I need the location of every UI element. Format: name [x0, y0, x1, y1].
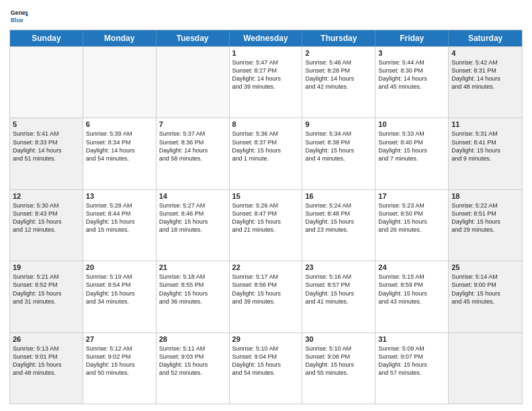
day-number: 3: [378, 49, 445, 57]
cell-info: Sunrise: 5:44 AM Sunset: 8:30 PM Dayligh…: [378, 58, 445, 91]
cal-cell-4-5: 23Sunrise: 5:16 AM Sunset: 8:57 PM Dayli…: [302, 261, 375, 332]
day-number: 24: [378, 263, 445, 271]
calendar: SundayMondayTuesdayWednesdayThursdayFrid…: [9, 30, 523, 404]
cell-info: Sunrise: 5:46 AM Sunset: 8:28 PM Dayligh…: [305, 58, 372, 91]
cell-info: Sunrise: 5:13 AM Sunset: 9:01 PM Dayligh…: [13, 345, 80, 377]
day-number: 16: [305, 192, 372, 200]
cell-info: Sunrise: 5:22 AM Sunset: 8:51 PM Dayligh…: [451, 201, 519, 234]
cal-cell-5-5: 30Sunrise: 5:10 AM Sunset: 9:06 PM Dayli…: [302, 333, 375, 404]
day-number: 31: [378, 335, 445, 343]
cal-cell-4-1: 19Sunrise: 5:21 AM Sunset: 8:52 PM Dayli…: [10, 261, 83, 332]
cell-info: Sunrise: 5:19 AM Sunset: 8:54 PM Dayligh…: [86, 273, 153, 306]
cal-cell-1-7: 4Sunrise: 5:42 AM Sunset: 8:31 PM Daylig…: [449, 47, 522, 118]
day-number: 8: [232, 120, 300, 128]
day-number: 11: [451, 120, 519, 128]
header-day-sunday: Sunday: [10, 30, 83, 46]
cal-cell-4-3: 21Sunrise: 5:18 AM Sunset: 8:55 PM Dayli…: [157, 261, 230, 332]
cell-info: Sunrise: 5:16 AM Sunset: 8:57 PM Dayligh…: [305, 273, 372, 306]
cal-cell-3-4: 15Sunrise: 5:26 AM Sunset: 8:47 PM Dayli…: [230, 190, 303, 261]
cal-cell-5-3: 28Sunrise: 5:11 AM Sunset: 9:03 PM Dayli…: [157, 333, 230, 404]
cell-info: Sunrise: 5:14 AM Sunset: 9:00 PM Dayligh…: [451, 273, 519, 306]
cell-info: Sunrise: 5:23 AM Sunset: 8:50 PM Dayligh…: [378, 201, 445, 234]
cal-cell-3-1: 12Sunrise: 5:30 AM Sunset: 8:43 PM Dayli…: [10, 190, 83, 261]
day-number: 25: [451, 263, 519, 271]
week-row-2: 5Sunrise: 5:41 AM Sunset: 8:33 PM Daylig…: [10, 118, 522, 189]
cal-cell-2-5: 9Sunrise: 5:34 AM Sunset: 8:38 PM Daylig…: [302, 118, 375, 189]
cal-cell-2-3: 7Sunrise: 5:37 AM Sunset: 8:36 PM Daylig…: [157, 118, 230, 189]
header-day-friday: Friday: [375, 30, 449, 46]
cell-info: Sunrise: 5:36 AM Sunset: 8:37 PM Dayligh…: [232, 130, 300, 163]
cal-cell-3-5: 16Sunrise: 5:24 AM Sunset: 8:48 PM Dayli…: [302, 190, 375, 261]
cell-info: Sunrise: 5:15 AM Sunset: 8:59 PM Dayligh…: [378, 273, 445, 306]
day-number: 18: [451, 192, 519, 200]
logo: General Blue: [9, 7, 28, 26]
day-number: 7: [159, 120, 226, 128]
cal-cell-4-2: 20Sunrise: 5:19 AM Sunset: 8:54 PM Dayli…: [83, 261, 157, 332]
day-number: 1: [232, 49, 300, 57]
week-row-1: 1Sunrise: 5:47 AM Sunset: 8:27 PM Daylig…: [10, 46, 522, 118]
cell-info: Sunrise: 5:17 AM Sunset: 8:56 PM Dayligh…: [232, 273, 300, 306]
cal-cell-2-7: 11Sunrise: 5:31 AM Sunset: 8:41 PM Dayli…: [449, 118, 522, 189]
cal-cell-5-1: 26Sunrise: 5:13 AM Sunset: 9:01 PM Dayli…: [10, 333, 83, 404]
cal-cell-3-3: 14Sunrise: 5:27 AM Sunset: 8:46 PM Dayli…: [157, 190, 230, 261]
day-number: 9: [305, 120, 372, 128]
cal-cell-2-4: 8Sunrise: 5:36 AM Sunset: 8:37 PM Daylig…: [230, 118, 303, 189]
week-row-5: 26Sunrise: 5:13 AM Sunset: 9:01 PM Dayli…: [10, 332, 522, 404]
cell-info: Sunrise: 5:31 AM Sunset: 8:41 PM Dayligh…: [451, 130, 519, 163]
cal-cell-1-1: [10, 47, 83, 118]
logo-icon: General Blue: [9, 7, 28, 26]
cell-info: Sunrise: 5:39 AM Sunset: 8:34 PM Dayligh…: [86, 130, 153, 163]
cal-cell-1-4: 1Sunrise: 5:47 AM Sunset: 8:27 PM Daylig…: [230, 47, 303, 118]
header-day-monday: Monday: [83, 30, 157, 46]
cell-info: Sunrise: 5:12 AM Sunset: 9:02 PM Dayligh…: [86, 345, 153, 377]
day-number: 20: [86, 263, 153, 271]
cal-cell-5-4: 29Sunrise: 5:10 AM Sunset: 9:04 PM Dayli…: [230, 333, 303, 404]
day-number: 28: [159, 335, 226, 343]
svg-text:Blue: Blue: [11, 17, 24, 24]
day-number: 2: [305, 49, 372, 57]
cal-cell-5-6: 31Sunrise: 5:09 AM Sunset: 9:07 PM Dayli…: [375, 333, 449, 404]
day-number: 21: [159, 263, 226, 271]
cell-info: Sunrise: 5:37 AM Sunset: 8:36 PM Dayligh…: [159, 130, 226, 163]
calendar-header: SundayMondayTuesdayWednesdayThursdayFrid…: [10, 30, 522, 46]
cal-cell-1-5: 2Sunrise: 5:46 AM Sunset: 8:28 PM Daylig…: [302, 47, 375, 118]
cell-info: Sunrise: 5:10 AM Sunset: 9:04 PM Dayligh…: [232, 345, 300, 377]
cal-cell-2-2: 6Sunrise: 5:39 AM Sunset: 8:34 PM Daylig…: [83, 118, 157, 189]
cal-cell-3-2: 13Sunrise: 5:28 AM Sunset: 8:44 PM Dayli…: [83, 190, 157, 261]
header-day-tuesday: Tuesday: [157, 30, 230, 46]
cal-cell-4-6: 24Sunrise: 5:15 AM Sunset: 8:59 PM Dayli…: [375, 261, 449, 332]
week-row-3: 12Sunrise: 5:30 AM Sunset: 8:43 PM Dayli…: [10, 189, 522, 261]
cell-info: Sunrise: 5:09 AM Sunset: 9:07 PM Dayligh…: [378, 345, 445, 377]
header-day-thursday: Thursday: [302, 30, 375, 46]
day-number: 13: [86, 192, 153, 200]
cal-cell-4-4: 22Sunrise: 5:17 AM Sunset: 8:56 PM Dayli…: [230, 261, 303, 332]
day-number: 14: [159, 192, 226, 200]
cal-cell-2-6: 10Sunrise: 5:33 AM Sunset: 8:40 PM Dayli…: [375, 118, 449, 189]
day-number: 12: [13, 192, 80, 200]
cell-info: Sunrise: 5:30 AM Sunset: 8:43 PM Dayligh…: [13, 201, 80, 234]
day-number: 5: [13, 120, 80, 128]
day-number: 29: [232, 335, 300, 343]
day-number: 17: [378, 192, 445, 200]
cal-cell-2-1: 5Sunrise: 5:41 AM Sunset: 8:33 PM Daylig…: [10, 118, 83, 189]
cell-info: Sunrise: 5:42 AM Sunset: 8:31 PM Dayligh…: [451, 58, 519, 91]
cell-info: Sunrise: 5:41 AM Sunset: 8:33 PM Dayligh…: [13, 130, 80, 163]
cell-info: Sunrise: 5:21 AM Sunset: 8:52 PM Dayligh…: [13, 273, 80, 306]
header-day-wednesday: Wednesday: [230, 30, 303, 46]
day-number: 23: [305, 263, 372, 271]
calendar-body: 1Sunrise: 5:47 AM Sunset: 8:27 PM Daylig…: [10, 46, 522, 404]
day-number: 30: [305, 335, 372, 343]
svg-text:General: General: [11, 9, 28, 16]
cell-info: Sunrise: 5:47 AM Sunset: 8:27 PM Dayligh…: [232, 58, 300, 91]
cal-cell-5-7: [449, 333, 522, 404]
cell-info: Sunrise: 5:28 AM Sunset: 8:44 PM Dayligh…: [86, 201, 153, 234]
cal-cell-4-7: 25Sunrise: 5:14 AM Sunset: 9:00 PM Dayli…: [449, 261, 522, 332]
week-row-4: 19Sunrise: 5:21 AM Sunset: 8:52 PM Dayli…: [10, 261, 522, 332]
cell-info: Sunrise: 5:11 AM Sunset: 9:03 PM Dayligh…: [159, 345, 226, 377]
page-header: General Blue: [9, 7, 523, 26]
day-number: 26: [13, 335, 80, 343]
day-number: 15: [232, 192, 300, 200]
day-number: 4: [451, 49, 519, 57]
cal-cell-5-2: 27Sunrise: 5:12 AM Sunset: 9:02 PM Dayli…: [83, 333, 157, 404]
cal-cell-1-6: 3Sunrise: 5:44 AM Sunset: 8:30 PM Daylig…: [375, 47, 449, 118]
